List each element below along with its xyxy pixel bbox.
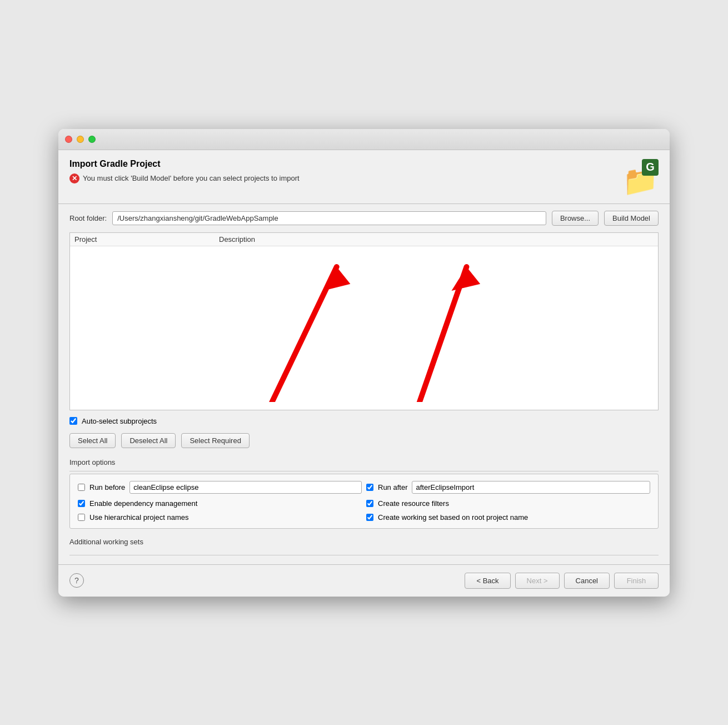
error-message: You must click 'Build Model' before you … <box>83 174 300 182</box>
select-all-button[interactable]: Select All <box>69 433 116 448</box>
content-area: Root folder: /Users/zhangxiansheng/git/G… <box>58 204 670 564</box>
create-resource-checkbox[interactable] <box>366 500 373 507</box>
table-header: Project Description <box>70 233 658 246</box>
gradle-icon: 📁 G <box>620 159 659 198</box>
auto-select-checkbox[interactable] <box>69 417 77 425</box>
run-after-input[interactable] <box>412 481 650 494</box>
create-resource-group: Create resource filters <box>366 499 650 508</box>
back-button[interactable]: < Back <box>465 573 510 589</box>
header-left: Import Gradle Project ✕ You must click '… <box>69 159 300 183</box>
svg-line-0 <box>261 266 336 401</box>
import-options-label: Import options <box>69 458 659 466</box>
use-hierarchical-checkbox[interactable] <box>78 514 85 521</box>
options-row-3: Use hierarchical project names Create wo… <box>78 513 650 522</box>
additional-ws-label: Additional working sets <box>69 538 143 546</box>
import-options-separator <box>69 471 659 471</box>
build-model-button[interactable]: Build Model <box>604 211 659 226</box>
deselect-all-button[interactable]: Deselect All <box>121 433 176 448</box>
auto-select-label: Auto-select subprojects <box>82 417 157 425</box>
enable-dep-label: Enable dependency management <box>89 499 197 508</box>
bottom-bar: ? < Back Next > Cancel Finish <box>58 564 670 597</box>
enable-dep-checkbox[interactable] <box>78 500 85 507</box>
run-before-checkbox[interactable] <box>78 484 85 491</box>
table-body <box>70 246 658 402</box>
auto-select-row: Auto-select subprojects <box>69 417 659 425</box>
titlebar <box>58 129 670 150</box>
create-working-set-checkbox[interactable] <box>366 514 373 521</box>
root-folder-row: Root folder: /Users/zhangxiansheng/git/G… <box>69 211 659 226</box>
arrow-right <box>412 266 480 401</box>
select-required-button[interactable]: Select Required <box>181 433 250 448</box>
close-button[interactable] <box>65 136 72 143</box>
svg-line-2 <box>412 266 466 401</box>
enable-dep-group: Enable dependency management <box>78 499 362 508</box>
maximize-button[interactable] <box>88 136 96 143</box>
error-row: ✕ You must click 'Build Model' before yo… <box>69 173 300 183</box>
use-hierarchical-label: Use hierarchical project names <box>89 513 188 522</box>
bottom-left: ? <box>69 573 84 588</box>
run-after-checkbox[interactable] <box>366 484 373 491</box>
dialog-title: Import Gradle Project <box>69 159 300 169</box>
svg-marker-3 <box>451 266 480 290</box>
svg-marker-1 <box>323 266 350 290</box>
gradle-g-badge: G <box>642 159 659 176</box>
use-hierarchical-group: Use hierarchical project names <box>78 513 362 522</box>
root-folder-label: Root folder: <box>69 214 107 222</box>
options-row-1: Run before Run after <box>78 481 650 494</box>
run-before-input[interactable] <box>129 481 362 494</box>
finish-button[interactable]: Finish <box>614 573 659 589</box>
error-icon: ✕ <box>69 173 79 183</box>
col-project: Project <box>74 235 186 244</box>
header-area: Import Gradle Project ✕ You must click '… <box>58 150 670 203</box>
col-description: Description <box>219 235 255 244</box>
browse-button[interactable]: Browse... <box>552 211 599 226</box>
options-row-2: Enable dependency management Create reso… <box>78 499 650 508</box>
run-after-label: Run after <box>378 483 407 491</box>
create-working-set-label: Create working set based on root project… <box>378 513 528 522</box>
run-after-group: Run after <box>366 481 650 494</box>
select-buttons-row: Select All Deselect All Select Required <box>69 433 659 448</box>
create-resource-label: Create resource filters <box>378 499 449 508</box>
arrow-left <box>261 266 350 401</box>
cancel-button[interactable]: Cancel <box>564 573 610 589</box>
root-folder-select[interactable]: /Users/zhangxiansheng/git/GradleWebAppSa… <box>112 211 546 225</box>
bottom-buttons: < Back Next > Cancel Finish <box>465 573 659 589</box>
help-button[interactable]: ? <box>69 573 84 588</box>
create-working-set-group: Create working set based on root project… <box>366 513 650 522</box>
run-before-label: Run before <box>89 483 125 491</box>
additional-ws-row: Additional working sets <box>69 538 659 550</box>
additional-ws-separator <box>69 555 659 555</box>
root-folder-input-wrap: /Users/zhangxiansheng/git/GradleWebAppSa… <box>112 211 546 225</box>
run-before-group: Run before <box>78 481 362 494</box>
minimize-button[interactable] <box>77 136 84 143</box>
project-table: Project Description <box>69 232 659 410</box>
arrow-annotations <box>70 246 658 402</box>
next-button[interactable]: Next > <box>515 573 560 589</box>
import-gradle-dialog: Import Gradle Project ✕ You must click '… <box>58 129 670 597</box>
import-options-box: Run before Run after Enable dependency m… <box>69 474 659 529</box>
